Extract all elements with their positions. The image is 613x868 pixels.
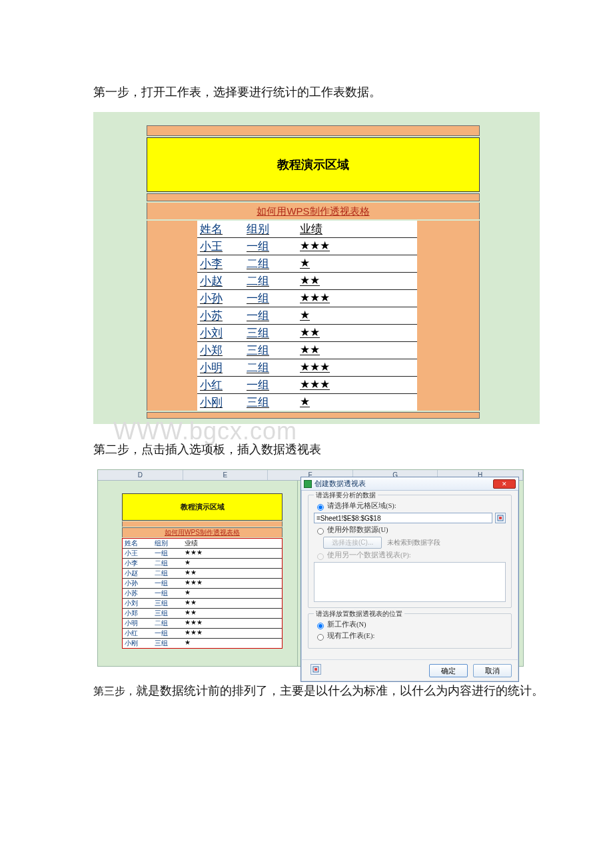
- sheet-title: 如何用WPS制作透视表格: [147, 203, 480, 219]
- table-row: 小刚三组★: [197, 394, 417, 411]
- label-new-sheet: 新工作表(N): [327, 620, 366, 629]
- location-picker-button[interactable]: [310, 664, 321, 675]
- group-location-label: 请选择放置数据透视表的位置: [314, 609, 404, 619]
- sheet-title-small: 如何用WPS制作透视表格: [122, 527, 283, 537]
- svg-rect-1: [499, 517, 502, 519]
- radio-select-range[interactable]: [317, 504, 324, 511]
- step-3-text: 第三步，就是数据统计前的排列了，主要是以什么为标准，以什么为内容进行的统计。: [93, 679, 586, 703]
- label-external: 使用外部数据源(U): [327, 525, 388, 535]
- range-picker-button[interactable]: [495, 513, 506, 523]
- range-input[interactable]: [314, 513, 492, 523]
- data-table: 姓名 组别 业绩 小王一组★★★ 小李二组★ 小赵二组★★ 小孙一组★★★ 小苏…: [197, 221, 417, 411]
- group-analyze-label: 请选择要分析的数据: [314, 491, 378, 500]
- dialog-title: 创建数据透视表: [314, 479, 366, 489]
- svg-rect-3: [314, 668, 317, 671]
- radio-another-pivot[interactable]: [317, 553, 324, 560]
- table-row: 小郑三组★★: [197, 342, 417, 359]
- label-existing-sheet: 现有工作表(E):: [327, 631, 374, 641]
- table-row: 小红一组★★★: [197, 377, 417, 394]
- selected-range[interactable]: 姓名组别业绩 小王一组★★★ 小李二组★ 小赵二组★★ 小孙一组★★★ 小苏一组…: [122, 538, 283, 649]
- table-row: 小赵二组★★: [197, 273, 417, 290]
- demo-banner-small: 教程演示区域: [122, 493, 283, 521]
- radio-external[interactable]: [317, 528, 324, 535]
- step-2-text: 第二步，点击插入选项板，插入数据透视表: [93, 437, 586, 461]
- cancel-button[interactable]: 取消: [473, 664, 512, 677]
- table-row: 小刘三组★★: [197, 325, 417, 342]
- step-3-prefix: 第三步，: [93, 685, 136, 697]
- create-pivot-dialog: 创建数据透视表 ✕ 请选择要分析的数据 请选择单元格区域(S):: [301, 477, 519, 682]
- choose-connection-button[interactable]: 选择连接(C)...: [323, 537, 382, 549]
- col-e: E: [183, 470, 269, 480]
- col-d: D: [98, 470, 183, 480]
- radio-existing-sheet[interactable]: [317, 634, 324, 641]
- table-row: 小明二组★★★: [197, 359, 417, 377]
- pivot-list[interactable]: [314, 562, 506, 602]
- col-header-name: 姓名: [197, 221, 244, 237]
- table-row: 小苏一组★: [197, 307, 417, 325]
- label-select-range: 请选择单元格区域(S):: [327, 501, 396, 511]
- screenshot-2: D E F G H 教程演示区域 如何用WPS制作透视表格 姓名组别业绩 小王一…: [97, 469, 524, 667]
- connection-note: 未检索到数据字段: [387, 538, 440, 547]
- table-row: 小李二组★: [197, 255, 417, 273]
- col-header-perf: 业绩: [297, 221, 417, 237]
- ok-button[interactable]: 确定: [429, 664, 468, 677]
- radio-new-sheet[interactable]: [317, 623, 324, 629]
- step-3-body: 就是数据统计前的排列了，主要是以什么为标准，以什么为内容进行的统计。: [136, 684, 544, 697]
- demo-banner: 教程演示区域: [147, 137, 480, 192]
- step-1-text: 第一步，打开工作表，选择要进行统计的工作表数据。: [93, 80, 586, 104]
- close-button[interactable]: ✕: [493, 479, 516, 489]
- label-another-pivot: 使用另一个数据透视表(P):: [327, 551, 411, 560]
- app-icon: [304, 480, 312, 488]
- screenshot-1: 教程演示区域 如何用WPS制作透视表格 姓名 组别 业绩 小王一组★★★ 小: [93, 112, 540, 424]
- table-row: 小王一组★★★: [197, 238, 417, 255]
- col-header-group: 组别: [244, 221, 297, 237]
- table-row: 小孙一组★★★: [197, 290, 417, 307]
